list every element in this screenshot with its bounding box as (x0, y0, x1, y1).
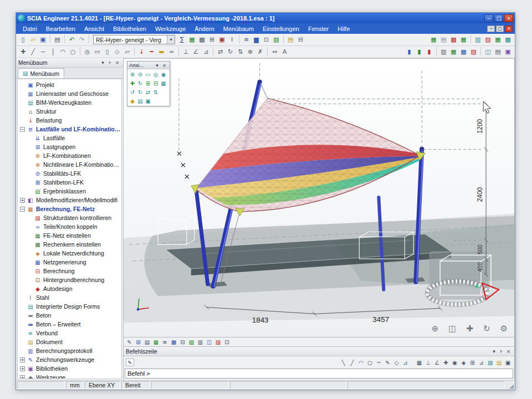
grid-display-icon[interactable]: ▩ (170, 338, 178, 346)
perspective-icon[interactable]: ▦ (152, 338, 160, 346)
viewport-settings-icon[interactable]: ⚙ (500, 324, 508, 334)
draw-line-icon[interactable]: ╲ (339, 359, 347, 366)
zoom-icon[interactable]: ⊕ (432, 324, 439, 334)
draw-freehand-icon[interactable]: ✎ (383, 359, 392, 366)
snap-grid-icon[interactable]: ▦ (415, 359, 423, 366)
gallery-icon[interactable]: ▧ (272, 35, 281, 44)
layers-display-icon[interactable]: ≡ (161, 338, 169, 346)
collapse-icon[interactable]: − (20, 207, 25, 212)
menu-bearbeiten[interactable]: Bearbeiten (42, 24, 80, 33)
tree-item-dokument[interactable]: ▤Dokument (18, 337, 121, 346)
viewport-3d[interactable]: 1200 2400 500 400 1843 3457 (124, 58, 515, 337)
tree-item-belastung[interactable]: ↓Belastung (18, 116, 121, 125)
tree-item-lokale-netzverdichtung[interactable]: ◈Lokale Netzverdichtung (18, 249, 121, 258)
menu-hilfe[interactable]: Hilfe (333, 24, 354, 33)
mdi-minimize-button[interactable]: − (487, 25, 495, 32)
command-chevron-icon[interactable]: ▾ (490, 349, 498, 354)
chart-icon[interactable]: ▆ (252, 35, 261, 44)
dimension-icon[interactable]: ↔ (270, 47, 279, 57)
draw-arc-icon[interactable]: ◠ (357, 359, 365, 366)
draw-polyline-icon[interactable]: ╱ (348, 359, 356, 366)
combo-caret-icon[interactable]: ▾ (167, 35, 175, 44)
rotate-icon[interactable]: ↻ (226, 47, 235, 57)
panel-cyan-icon[interactable]: ▩ (503, 35, 513, 44)
tree-item-projekt[interactable]: ▣Projekt (18, 80, 121, 89)
tree-item-berechnung[interactable]: ⊟Berechnung (18, 267, 121, 275)
table-icon[interactable]: ⊡ (262, 35, 271, 44)
tree-item-integrierte-design-forms[interactable]: ▤Integrierte Design Forms (18, 302, 121, 311)
snap-endpoint-icon[interactable]: ⊞ (468, 359, 477, 366)
rotate-right-icon[interactable]: ↻ (136, 88, 144, 96)
tree-item-modellmodifizierer-modellmodifi[interactable]: +◧Modellmodifizierer/Modellmodifi (18, 196, 121, 204)
tree-item-lastfälle-und-lf-kombinationen[interactable]: −≣Lastfälle und LF-Kombinationen (18, 125, 121, 134)
snap-tangent-icon[interactable]: ⊿ (477, 359, 485, 366)
volumes-display-icon[interactable]: ◫ (205, 338, 213, 346)
view-side-icon[interactable]: ▩ (459, 47, 468, 57)
panel-green-icon[interactable]: ▦ (493, 35, 503, 44)
results-icon[interactable]: ⊞ (207, 35, 217, 44)
scene-svg[interactable]: 1200 2400 500 400 1843 3457 (124, 59, 514, 337)
wireframe-icon[interactable]: ✎ (125, 338, 134, 346)
orbit-icon[interactable]: ↻ (483, 324, 490, 334)
shell-icon[interactable]: ◇ (112, 47, 122, 57)
steel-check-icon[interactable]: Ⅰ (227, 35, 237, 44)
palette-close-icon[interactable]: × (161, 63, 168, 68)
circle-icon[interactable]: ○ (68, 47, 78, 57)
zoom-selection-icon[interactable]: ◉ (160, 70, 167, 78)
solver-icon[interactable]: ▩ (197, 35, 207, 44)
view-options-icon[interactable]: ▣ (144, 97, 152, 105)
storey-grid-icon[interactable]: ▤ (439, 35, 448, 44)
ucs-icon[interactable]: ▣ (503, 47, 513, 57)
tree-item-beton[interactable]: ▬Beton (18, 311, 121, 320)
orbit-icon[interactable]: ↻ (136, 79, 144, 87)
zoom-all-icon[interactable]: ◎ (152, 70, 160, 78)
mesh-setup-icon[interactable]: ▦ (187, 35, 197, 44)
pan-icon[interactable]: ✚ (466, 324, 473, 334)
results-display-icon[interactable]: ⊡ (223, 338, 231, 346)
view-iso-icon[interactable]: ▨ (469, 47, 478, 57)
tree-item-stabilitäts-lfk[interactable]: ⊘Stabilitäts-LFK (18, 169, 121, 178)
labels-display-icon[interactable]: ▥ (196, 338, 204, 346)
tree-item-lastgruppen[interactable]: ⊞Lastgruppen (18, 142, 121, 151)
clip-planes-icon[interactable]: ▤ (136, 97, 144, 105)
view-front-icon[interactable]: ⊟ (152, 79, 160, 87)
activity-icon[interactable]: ▤ (493, 47, 503, 57)
move-icon[interactable]: ⇄ (216, 47, 225, 57)
draw-triangle-icon[interactable]: ⊿ (401, 359, 410, 366)
menu-ansicht[interactable]: Ansicht (80, 24, 109, 33)
load-grid-icon[interactable]: ▩ (449, 35, 458, 44)
zoom-out-icon[interactable]: ⊖ (136, 70, 144, 78)
panel-red-icon[interactable]: ▨ (483, 35, 493, 44)
menu-menübaum[interactable]: Menübaum (219, 24, 258, 33)
tree-item-lastfälle[interactable]: ⇊Lastfälle (18, 134, 121, 142)
panel-teal-icon[interactable]: ▥ (473, 35, 483, 44)
tree-item-autodesign[interactable]: ◆Autodesign (18, 284, 121, 293)
surface-load-icon[interactable]: ▬ (157, 47, 166, 57)
resize-grip[interactable]: ◢ (506, 381, 514, 389)
hidden-lines-icon[interactable]: ▤ (143, 338, 151, 346)
menu-datei[interactable]: Datei (18, 24, 42, 33)
close-icon[interactable]: × (114, 60, 121, 65)
layers-icon[interactable]: ≡ (242, 35, 251, 44)
rigid-arm-icon[interactable]: ⊿ (201, 47, 211, 57)
tree-item-bim-werkzeugkasten[interactable]: ▤BIM-Werkzeugkasten (18, 98, 121, 107)
tree-item-linienraster-und-geschosse[interactable]: ▦Linienraster und Geschosse (18, 89, 121, 98)
command-edit-icon[interactable]: ✎ (126, 359, 134, 366)
document-icon[interactable]: ▤ (286, 35, 295, 44)
draw-spline-icon[interactable]: ~ (375, 359, 383, 366)
expand-icon[interactable]: + (20, 375, 25, 380)
loads-display-icon[interactable]: ▨ (214, 338, 222, 346)
tree-item-berechnungsprotokoll[interactable]: ▥Berechnungsprotokoll (18, 346, 121, 355)
tree-item-stahlbeton-lfk[interactable]: ⊠Stahlbeton-LFK (18, 178, 121, 187)
save-icon[interactable]: ▣ (38, 35, 48, 44)
calculator-icon[interactable]: ∑ (177, 35, 187, 44)
plate-icon[interactable]: ▭ (93, 47, 102, 57)
view-top-icon[interactable]: ⊞ (144, 79, 152, 87)
tree-item-ergebnisklassen[interactable]: ▤Ergebnisklassen (18, 187, 121, 196)
opening-icon[interactable]: ▱ (122, 47, 132, 57)
flip-horizontal-icon[interactable]: ⇄ (144, 88, 152, 96)
command-pin-icon[interactable]: ⊦ (498, 349, 505, 354)
palette-header[interactable]: Ansi... ▾ × (127, 62, 170, 69)
maximize-button[interactable]: □ (494, 14, 503, 22)
pan-icon[interactable]: ✚ (129, 79, 136, 87)
